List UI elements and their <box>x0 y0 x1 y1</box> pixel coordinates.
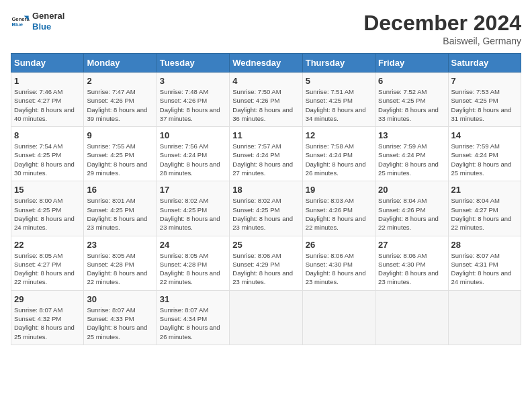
sunrise-text: Sunrise: 7:56 AM <box>160 142 226 150</box>
sunset-text: Sunset: 4:25 PM <box>160 205 226 214</box>
calendar-cell: 26 Sunrise: 8:06 AM Sunset: 4:30 PM Dayl… <box>302 236 375 290</box>
calendar-cell: 14 Sunrise: 7:59 AM Sunset: 4:24 PM Dayl… <box>448 127 521 181</box>
day-info: Sunrise: 7:57 AM Sunset: 4:24 PM Dayligh… <box>232 142 299 177</box>
day-number: 24 <box>160 240 226 250</box>
sunrise-text: Sunrise: 7:55 AM <box>87 142 153 150</box>
sunset-text: Sunset: 4:34 PM <box>160 314 226 323</box>
sunrise-text: Sunrise: 7:51 AM <box>306 87 372 96</box>
sunrise-text: Sunrise: 8:05 AM <box>14 251 81 260</box>
day-number: 21 <box>451 185 518 195</box>
day-info: Sunrise: 8:06 AM Sunset: 4:30 PM Dayligh… <box>306 251 372 287</box>
sunrise-text: Sunrise: 8:02 AM <box>160 196 226 205</box>
day-info: Sunrise: 8:03 AM Sunset: 4:26 PM Dayligh… <box>306 196 372 232</box>
day-number: 12 <box>306 130 372 140</box>
day-info: Sunrise: 8:05 AM Sunset: 4:28 PM Dayligh… <box>87 251 153 287</box>
calendar-cell: 15 Sunrise: 8:00 AM Sunset: 4:25 PM Dayl… <box>11 181 84 236</box>
day-number: 20 <box>378 185 445 195</box>
daylight-text: Daylight: 8 hours and 33 minutes. <box>378 105 445 124</box>
daylight-text: Daylight: 8 hours and 22 minutes. <box>87 269 153 287</box>
sunrise-text: Sunrise: 8:07 AM <box>14 306 81 314</box>
sunrise-text: Sunrise: 7:48 AM <box>160 87 226 96</box>
sunset-text: Sunset: 4:25 PM <box>14 205 81 214</box>
sunrise-text: Sunrise: 8:07 AM <box>87 306 153 314</box>
day-number: 25 <box>232 240 299 250</box>
calendar-cell: 12 Sunrise: 7:58 AM Sunset: 4:24 PM Dayl… <box>302 127 375 181</box>
daylight-text: Daylight: 8 hours and 24 minutes. <box>14 214 81 232</box>
day-number: 27 <box>378 240 445 250</box>
sunrise-text: Sunrise: 7:59 AM <box>451 142 518 150</box>
calendar-table: SundayMondayTuesdayWednesdayThursdayFrid… <box>11 53 521 345</box>
sunset-text: Sunset: 4:27 PM <box>14 260 81 269</box>
sunrise-text: Sunrise: 8:01 AM <box>87 196 153 205</box>
sunrise-text: Sunrise: 8:02 AM <box>232 196 299 205</box>
day-number: 23 <box>87 240 153 250</box>
sunrise-text: Sunrise: 8:04 AM <box>378 196 445 205</box>
sunrise-text: Sunrise: 7:57 AM <box>232 142 299 150</box>
calendar-cell: 22 Sunrise: 8:05 AM Sunset: 4:27 PM Dayl… <box>11 236 84 290</box>
daylight-text: Daylight: 8 hours and 34 minutes. <box>306 105 372 124</box>
column-header-thursday: Thursday <box>302 54 375 73</box>
column-header-monday: Monday <box>84 54 157 73</box>
day-number: 8 <box>14 130 81 140</box>
day-number: 1 <box>14 76 81 86</box>
calendar-cell: 28 Sunrise: 8:07 AM Sunset: 4:31 PM Dayl… <box>448 236 521 290</box>
calendar-cell: 8 Sunrise: 7:54 AM Sunset: 4:25 PM Dayli… <box>11 127 84 181</box>
calendar-cell: 10 Sunrise: 7:56 AM Sunset: 4:24 PM Dayl… <box>157 127 229 181</box>
day-number: 10 <box>160 130 226 140</box>
day-info: Sunrise: 8:05 AM Sunset: 4:28 PM Dayligh… <box>160 251 226 287</box>
calendar-cell <box>375 290 448 345</box>
daylight-text: Daylight: 8 hours and 26 minutes. <box>160 323 226 341</box>
sunrise-text: Sunrise: 8:06 AM <box>378 251 445 260</box>
day-number: 4 <box>232 76 299 86</box>
logo-icon: General Blue <box>11 12 30 31</box>
column-header-friday: Friday <box>375 54 448 73</box>
calendar-cell <box>230 290 302 345</box>
daylight-text: Daylight: 8 hours and 25 minutes. <box>87 323 153 341</box>
day-info: Sunrise: 7:58 AM Sunset: 4:24 PM Dayligh… <box>306 142 372 177</box>
calendar-cell: 5 Sunrise: 7:51 AM Sunset: 4:25 PM Dayli… <box>302 73 375 127</box>
sunset-text: Sunset: 4:25 PM <box>451 96 518 105</box>
logo-line2: Blue <box>32 21 64 32</box>
day-info: Sunrise: 7:56 AM Sunset: 4:24 PM Dayligh… <box>160 142 226 177</box>
day-info: Sunrise: 8:02 AM Sunset: 4:25 PM Dayligh… <box>232 196 299 232</box>
title-block: December 2024 Baisweil, Germany <box>363 11 521 46</box>
day-number: 14 <box>451 130 518 140</box>
daylight-text: Daylight: 8 hours and 40 minutes. <box>14 105 81 124</box>
calendar-cell: 13 Sunrise: 7:59 AM Sunset: 4:24 PM Dayl… <box>375 127 448 181</box>
day-number: 30 <box>87 294 153 304</box>
day-number: 18 <box>232 185 299 195</box>
sunset-text: Sunset: 4:28 PM <box>87 260 153 269</box>
sunrise-text: Sunrise: 8:03 AM <box>306 196 372 205</box>
sunset-text: Sunset: 4:33 PM <box>87 314 153 323</box>
sunset-text: Sunset: 4:25 PM <box>232 205 299 214</box>
month-title: December 2024 <box>363 11 521 36</box>
sunrise-text: Sunrise: 8:07 AM <box>451 251 518 260</box>
sunset-text: Sunset: 4:26 PM <box>232 96 299 105</box>
day-number: 31 <box>160 294 226 304</box>
week-row-2: 8 Sunrise: 7:54 AM Sunset: 4:25 PM Dayli… <box>11 127 521 181</box>
calendar-cell: 21 Sunrise: 8:04 AM Sunset: 4:27 PM Dayl… <box>448 181 521 236</box>
sunset-text: Sunset: 4:26 PM <box>160 96 226 105</box>
day-info: Sunrise: 7:51 AM Sunset: 4:25 PM Dayligh… <box>306 87 372 123</box>
page-header: General Blue General Blue December 2024 … <box>11 11 521 46</box>
calendar-cell: 24 Sunrise: 8:05 AM Sunset: 4:28 PM Dayl… <box>157 236 229 290</box>
sunset-text: Sunset: 4:29 PM <box>232 260 299 269</box>
calendar-cell: 1 Sunrise: 7:46 AM Sunset: 4:27 PM Dayli… <box>11 73 84 127</box>
week-row-5: 29 Sunrise: 8:07 AM Sunset: 4:32 PM Dayl… <box>11 290 521 345</box>
daylight-text: Daylight: 8 hours and 23 minutes. <box>87 214 153 232</box>
sunrise-text: Sunrise: 8:05 AM <box>87 251 153 260</box>
calendar-cell: 27 Sunrise: 8:06 AM Sunset: 4:30 PM Dayl… <box>375 236 448 290</box>
calendar-cell: 30 Sunrise: 8:07 AM Sunset: 4:33 PM Dayl… <box>84 290 157 345</box>
sunrise-text: Sunrise: 8:06 AM <box>232 251 299 260</box>
calendar-cell: 19 Sunrise: 8:03 AM Sunset: 4:26 PM Dayl… <box>302 181 375 236</box>
sunrise-text: Sunrise: 7:59 AM <box>378 142 445 150</box>
day-number: 3 <box>160 76 226 86</box>
day-number: 9 <box>87 130 153 140</box>
calendar-cell <box>448 290 521 345</box>
sunrise-text: Sunrise: 8:06 AM <box>306 251 372 260</box>
day-number: 6 <box>378 76 445 86</box>
logo-line1: General <box>32 11 64 21</box>
day-number: 11 <box>232 130 299 140</box>
day-info: Sunrise: 8:01 AM Sunset: 4:25 PM Dayligh… <box>87 196 153 232</box>
column-header-wednesday: Wednesday <box>230 54 302 73</box>
